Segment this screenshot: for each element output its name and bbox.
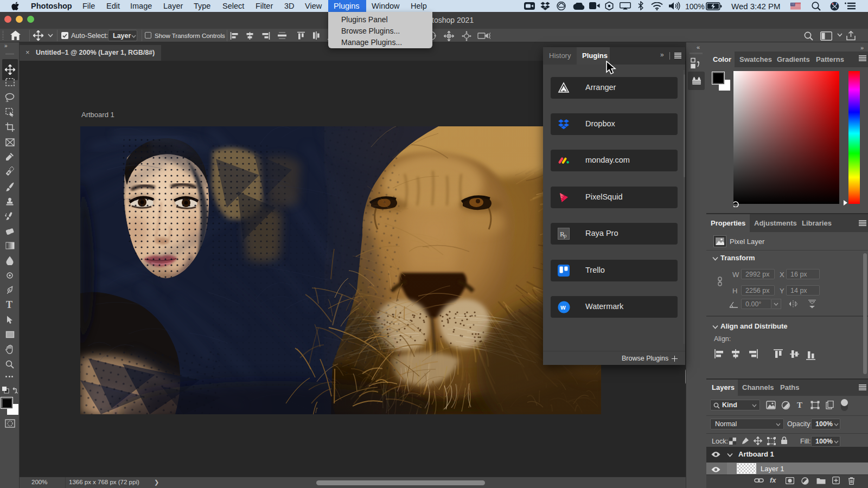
- svg-text:T: T: [6, 300, 12, 309]
- svg-text:w: w: [560, 304, 566, 311]
- svg-text:p: p: [564, 232, 567, 239]
- svg-text:T: T: [797, 401, 802, 409]
